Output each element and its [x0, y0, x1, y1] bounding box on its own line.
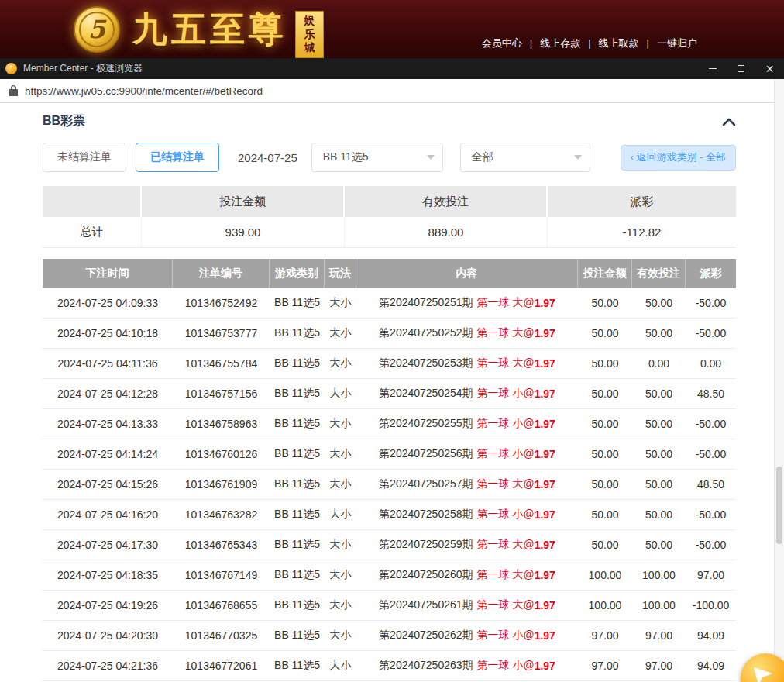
play-type: 大小 [325, 470, 356, 499]
bet-content: 第202407250259期 第一球 大@1.97 [356, 530, 578, 560]
site-banner: 5 九五至尊 娱乐城 会员中心 线上存款 线上取款 一键归户 [0, 0, 784, 58]
bet-amount: 50.00 [578, 319, 632, 348]
table-row: 2024-07-25 04:17:30 101346765343 BB 11选5… [43, 530, 736, 560]
bet-record-table: 下注时间 注单编号 游戏类别 玩法 内容 投注金额 有效投注 派彩 2024-0… [43, 259, 736, 682]
back-to-category-button[interactable]: ‹ 返回游戏类别 - 全部 [621, 145, 737, 170]
play-type: 大小 [325, 439, 356, 469]
summary-header-valid: 有效投注 [345, 186, 548, 217]
table-row: 2024-07-25 04:15:26 101346761909 BB 11选5… [43, 470, 736, 500]
close-icon: ✕ [765, 63, 775, 75]
bet-content: 第202407250251期 第一球 大@1.97 [356, 288, 578, 318]
main-content: BB彩票 未结算注单 已结算注单 2024-07-25 BB 11选5 全部 ‹… [0, 103, 745, 682]
order-id: 101346768655 [173, 591, 270, 620]
page-scrollbar[interactable] [774, 79, 784, 682]
bet-odds: 1.97 [535, 660, 555, 672]
bet-content: 第202407250252期 第一球 大@1.97 [356, 319, 578, 348]
bet-odds: 1.97 [535, 418, 555, 430]
bet-pick: 第一球 大@ [477, 477, 535, 491]
game-type: BB 11选5 [270, 470, 325, 499]
order-id: 101346767149 [173, 560, 270, 590]
bet-content: 第202407250258期 第一球 小@1.97 [356, 500, 578, 529]
bet-pick: 第一球 小@ [477, 659, 535, 673]
summary-valid-total: 889.00 [345, 217, 548, 248]
scrollbar-thumb[interactable] [776, 467, 782, 544]
valid-bet: 50.00 [632, 530, 686, 560]
nav-member-center[interactable]: 会员中心 [482, 36, 540, 50]
address-bar[interactable]: https://www.jw05.cc:9900/infe/mcenter/#/… [0, 79, 784, 103]
coin-logo-icon: 5 [74, 6, 120, 53]
game-type: BB 11选5 [270, 379, 325, 408]
summary-header-blank [43, 186, 142, 217]
bet-time: 2024-07-25 04:20:30 [43, 621, 173, 650]
bet-pick: 第一球 小@ [477, 629, 535, 642]
game-type: BB 11选5 [270, 621, 325, 650]
play-type: 大小 [325, 319, 356, 348]
date-picker[interactable]: 2024-07-25 [238, 151, 297, 164]
minimize-icon [709, 68, 717, 69]
valid-bet: 50.00 [632, 409, 686, 439]
table-row: 2024-07-25 04:21:36 101346772061 BB 11选5… [43, 651, 736, 681]
maximize-icon [738, 65, 744, 72]
bet-odds: 1.97 [535, 327, 555, 339]
valid-bet: 97.00 [632, 621, 686, 650]
game-type: BB 11选5 [270, 409, 325, 439]
bet-content: 第202407250253期 第一球 大@1.97 [356, 349, 578, 378]
site-name: 九五至尊 [132, 6, 287, 53]
bet-odds: 1.97 [535, 539, 555, 551]
bet-time: 2024-07-25 04:17:30 [43, 530, 173, 560]
order-id: 101346761909 [173, 470, 270, 499]
unsettled-tab-button[interactable]: 未结算注单 [43, 143, 126, 172]
site-logo[interactable]: 5 九五至尊 娱乐城 [74, 0, 324, 58]
customer-service-button[interactable] [741, 653, 784, 682]
game-type: BB 11选5 [270, 530, 325, 560]
bet-pick: 第一球 大@ [477, 356, 535, 370]
bet-amount: 50.00 [578, 470, 632, 499]
bet-time: 2024-07-25 04:12:28 [43, 379, 173, 408]
collapse-section-button[interactable] [722, 117, 736, 126]
browser-app-icon [5, 63, 17, 74]
close-button[interactable]: ✕ [755, 58, 784, 79]
maximize-button[interactable] [727, 58, 755, 79]
bet-amount: 50.00 [578, 288, 632, 318]
bet-time: 2024-07-25 04:21:36 [43, 651, 173, 680]
minimize-button[interactable] [698, 58, 727, 79]
play-type: 大小 [325, 288, 356, 318]
bet-amount: 100.00 [578, 591, 632, 620]
valid-bet: 50.00 [632, 500, 686, 529]
scope-select[interactable]: 全部 [460, 143, 590, 172]
nav-withdraw[interactable]: 线上取款 [599, 36, 657, 50]
period-number: 第202407250258期 [379, 508, 473, 522]
game-select-value: BB 11选5 [323, 150, 369, 164]
period-number: 第202407250263期 [379, 659, 473, 673]
bet-time: 2024-07-25 04:18:35 [43, 560, 173, 590]
table-row: 2024-07-25 04:10:18 101346753777 BB 11选5… [43, 319, 736, 349]
table-header-row: 下注时间 注单编号 游戏类别 玩法 内容 投注金额 有效投注 派彩 [43, 259, 736, 288]
bet-time: 2024-07-25 04:19:26 [43, 591, 173, 620]
bet-time: 2024-07-25 04:11:36 [43, 349, 173, 378]
header-payout: 派彩 [686, 259, 736, 288]
bet-amount: 50.00 [578, 530, 632, 560]
order-id: 101346758963 [173, 409, 270, 439]
payout-value: -50.00 [686, 288, 736, 318]
play-type: 大小 [325, 591, 356, 620]
table-row: 2024-07-25 04:14:24 101346760126 BB 11选5… [43, 439, 736, 470]
play-type: 大小 [325, 621, 356, 650]
site-badge: 娱乐城 [295, 11, 324, 58]
nav-deposit[interactable]: 线上存款 [540, 36, 598, 50]
bet-odds: 1.97 [535, 388, 555, 400]
bet-pick: 第一球 小@ [477, 508, 535, 522]
bet-table-body: 2024-07-25 04:09:33 101346752492 BB 11选5… [43, 288, 736, 682]
header-game-type: 游戏类别 [270, 259, 325, 288]
bet-time: 2024-07-25 04:16:20 [43, 500, 173, 529]
order-id: 101346752492 [173, 288, 270, 318]
settled-tab-button[interactable]: 已结算注单 [136, 143, 219, 172]
bet-content: 第202407250263期 第一球 小@1.97 [356, 651, 578, 680]
play-type: 大小 [325, 560, 356, 590]
table-row: 2024-07-25 04:13:33 101346758963 BB 11选5… [43, 409, 736, 439]
nav-one-key-transfer[interactable]: 一键归户 [657, 36, 697, 50]
payout-value: -50.00 [686, 530, 736, 560]
valid-bet: 97.00 [632, 651, 686, 680]
header-order-id: 注单编号 [173, 259, 270, 288]
game-select[interactable]: BB 11选5 [311, 143, 443, 172]
banner-nav: 会员中心 线上存款 线上取款 一键归户 [482, 36, 697, 50]
